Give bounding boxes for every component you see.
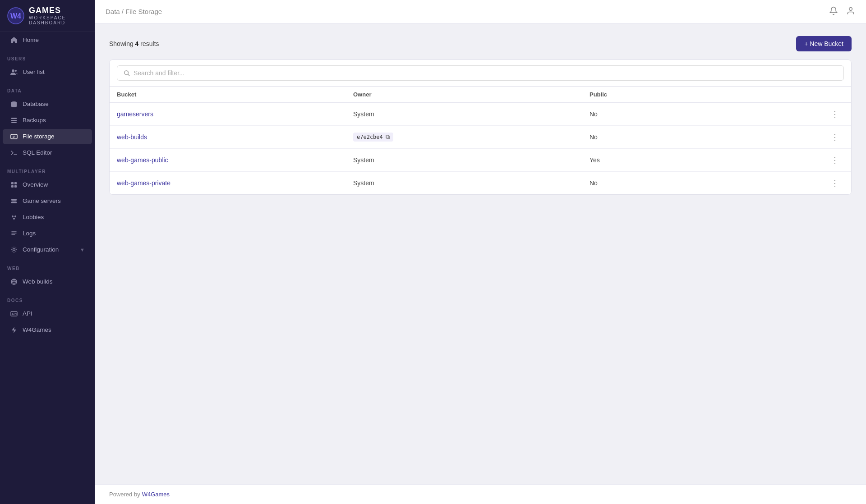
owner-cell: System [353,156,590,164]
sidebar-item-api[interactable]: API API [3,306,92,321]
sidebar-item-label: Overview [23,181,48,188]
chevron-down-icon: ▼ [80,247,85,252]
svg-rect-8 [11,134,17,139]
svg-point-3 [15,70,17,72]
topbar: Data / File Storage [95,0,866,23]
sidebar-item-sql-editor[interactable]: SQL Editor [3,145,92,160]
main-content: Data / File Storage Showing 4 results + … [95,0,866,504]
logs-icon [10,229,18,238]
search-input[interactable] [134,69,837,77]
search-icon [124,70,130,76]
footer-text: Powered by [109,491,140,498]
bucket-link-web-games-private[interactable]: web-games-private [117,179,170,187]
svg-point-27 [124,71,129,75]
col-bucket: Bucket [117,91,353,98]
notification-bell-icon[interactable] [829,6,838,17]
svg-point-2 [12,69,14,72]
logo-brand: GAMES [29,6,66,15]
user-profile-icon[interactable] [846,6,855,17]
sidebar-item-label: Home [23,37,39,43]
logo-subtitle: WORKSPACEDASHBOARD [29,15,66,25]
public-cell: Yes [590,156,826,164]
bolt-icon [10,326,18,334]
svg-rect-11 [11,185,14,188]
gameservers-icon [10,197,18,205]
breadcrumb-separator: / [122,8,125,15]
results-prefix: Showing [109,40,135,47]
sidebar-section-data: DATA [0,80,95,96]
logo-text: GAMES WORKSPACEDASHBOARD [29,6,66,25]
sql-icon [10,149,18,157]
sidebar-item-configuration[interactable]: Configuration ▼ [3,242,92,257]
breadcrumb-current: File Storage [125,8,162,15]
svg-rect-5 [11,118,17,119]
bucket-link-web-builds[interactable]: web-builds [117,133,147,141]
sidebar-section-multiplayer: MULTIPLAYER [0,161,95,177]
bucket-link-web-games-public[interactable]: web-games-public [117,156,168,164]
bucket-cell: web-games-private [117,179,353,187]
svg-point-22 [13,248,15,251]
sidebar-item-file-storage[interactable]: File storage [3,129,92,144]
row-menu-button[interactable]: ⋮ [826,177,844,189]
content-area: Showing 4 results + New Bucket Bucket Ow… [95,23,866,484]
bucket-link-gameservers[interactable]: gameservers [117,110,153,118]
sidebar-item-label: Database [23,101,49,107]
users-icon [10,68,18,76]
sidebar-item-web-builds[interactable]: Web builds [3,274,92,289]
svg-rect-10 [14,182,17,184]
logo-area: W4 GAMES WORKSPACEDASHBOARD [0,0,95,32]
sidebar-item-label: Configuration [23,246,59,253]
sidebar-item-label: Logs [23,230,36,237]
footer: Powered by W4Games [95,484,866,504]
svg-rect-7 [11,122,17,123]
table-row: gameservers System No ⋮ [110,103,851,126]
breadcrumb-prefix: Data [106,8,120,15]
sidebar-item-w4games[interactable]: W4Games [3,322,92,338]
sidebar-item-label: User list [23,69,45,75]
svg-text:W4: W4 [10,12,21,20]
sidebar-item-label: Backups [23,117,46,124]
row-menu-button[interactable]: ⋮ [826,108,844,120]
sidebar-item-overview[interactable]: Overview [3,177,92,192]
row-menu-button[interactable]: ⋮ [826,131,844,143]
sidebar-item-user-list[interactable]: User list [3,64,92,80]
sidebar-item-lobbies[interactable]: Lobbies [3,210,92,225]
sidebar-item-label: W4Games [23,326,51,333]
svg-line-28 [128,74,130,76]
sidebar-item-label: SQL Editor [23,149,52,156]
data-table: Bucket Owner Public gameservers System N… [109,60,852,195]
bucket-cell: gameservers [117,110,353,118]
sidebar-item-database[interactable]: Database [3,96,92,112]
topbar-actions [829,6,855,17]
owner-cell: System [353,110,590,118]
svg-rect-9 [11,182,14,184]
sidebar-section-web: WEB [0,258,95,274]
public-cell: No [590,133,826,141]
sidebar-item-label: API [23,310,32,317]
owner-badge: e7e2cbe4 ⧉ [353,133,393,142]
globe-icon [10,278,18,286]
table-row: web-games-public System Yes ⋮ [110,149,851,172]
sidebar-item-logs[interactable]: Logs [3,226,92,241]
copy-icon[interactable]: ⧉ [386,133,390,141]
sidebar-item-label: Game servers [23,197,61,204]
breadcrumb: Data / File Storage [106,8,162,15]
table-row: web-games-private System No ⋮ [110,172,851,194]
footer-link[interactable]: W4Games [142,491,170,498]
results-count: 4 [135,40,139,47]
sidebar-item-backups[interactable]: Backups [3,113,92,128]
api-icon: API [10,310,18,318]
search-bar [117,65,844,81]
new-bucket-button[interactable]: + New Bucket [796,36,852,51]
table-header: Bucket Owner Public [110,87,851,103]
w4games-logo-icon: W4 [7,7,24,24]
sidebar-item-game-servers[interactable]: Game servers [3,193,92,209]
row-menu-button[interactable]: ⋮ [826,154,844,166]
sidebar-section-users: USERS [0,48,95,64]
sidebar-item-home[interactable]: Home [3,32,92,48]
overview-icon [10,181,18,189]
table-row: web-builds e7e2cbe4 ⧉ No ⋮ [110,126,851,149]
lobbies-icon [10,213,18,221]
svg-rect-12 [14,185,17,188]
col-owner: Owner [353,91,590,98]
